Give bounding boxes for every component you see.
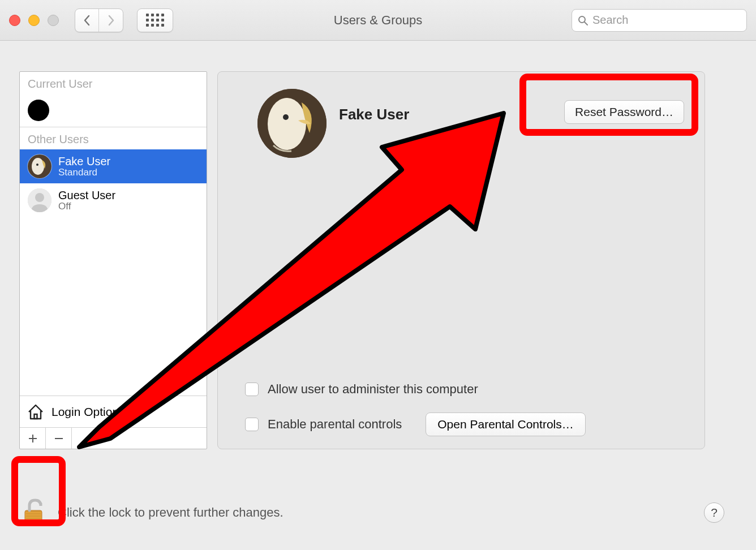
- window-title: Users & Groups: [334, 13, 423, 28]
- allow-admin-label: Allow user to administer this computer: [268, 382, 478, 397]
- sidebar-user-name: Fake User: [58, 155, 110, 167]
- parental-controls-row: Enable parental controls Open Parental C…: [245, 412, 586, 436]
- sidebar-item-fake-user[interactable]: Fake User Standard: [20, 149, 207, 183]
- add-user-button[interactable]: [20, 428, 46, 449]
- window-controls: [9, 15, 59, 26]
- allow-admin-checkbox[interactable]: [245, 383, 259, 396]
- lock-text: Click the lock to prevent further change…: [58, 505, 284, 520]
- help-label: ?: [711, 506, 718, 519]
- show-all-button[interactable]: [137, 8, 173, 32]
- search-icon: [578, 15, 588, 25]
- detail-username: Fake User: [339, 106, 409, 123]
- minimize-window-button[interactable]: [28, 15, 40, 26]
- svg-point-6: [35, 193, 44, 202]
- remove-user-button[interactable]: [46, 428, 72, 449]
- lock-row: Click the lock to prevent further change…: [19, 498, 724, 527]
- other-users-header: Other Users: [20, 127, 207, 149]
- close-window-button[interactable]: [9, 15, 20, 26]
- parental-controls-label: Enable parental controls: [268, 417, 402, 432]
- back-button[interactable]: [75, 9, 99, 32]
- lock-icon[interactable]: [19, 498, 49, 527]
- house-icon: [27, 403, 45, 421]
- forward-button[interactable]: [99, 9, 123, 32]
- user-avatar-icon: [28, 188, 51, 212]
- sidebar-user-role: Standard: [58, 167, 110, 178]
- current-user-avatar: [28, 100, 49, 121]
- grid-icon: [146, 14, 164, 27]
- login-options-label: Login Options: [51, 405, 125, 419]
- reset-password-button[interactable]: Reset Password…: [564, 100, 684, 124]
- user-avatar-icon: [28, 154, 51, 178]
- search-field[interactable]: [572, 9, 747, 32]
- svg-point-10: [283, 114, 289, 120]
- user-avatar-large[interactable]: [257, 89, 327, 158]
- svg-point-4: [36, 164, 38, 166]
- titlebar: Users & Groups: [0, 0, 756, 41]
- sidebar-item-guest-user[interactable]: Guest User Off: [20, 183, 207, 217]
- search-input[interactable]: [592, 14, 741, 27]
- sidebar-user-role: Off: [58, 201, 115, 212]
- login-options-button[interactable]: Login Options: [20, 396, 207, 427]
- current-user-row[interactable]: [20, 94, 207, 127]
- svg-rect-7: [35, 414, 37, 419]
- parental-controls-checkbox[interactable]: [245, 418, 259, 431]
- open-parental-controls-button[interactable]: Open Parental Controls…: [426, 412, 585, 436]
- maximize-window-button: [48, 15, 59, 26]
- svg-line-1: [585, 22, 587, 25]
- sidebar-user-name: Guest User: [58, 189, 115, 201]
- user-detail-panel: Fake User Reset Password… Allow user to …: [217, 71, 705, 449]
- current-user-header: Current User: [20, 72, 207, 94]
- user-sidebar: Current User Other Users Fake User Stand…: [19, 71, 207, 449]
- svg-point-9: [268, 98, 306, 150]
- help-button[interactable]: ?: [704, 502, 724, 523]
- nav-back-forward: [75, 8, 123, 32]
- allow-admin-row: Allow user to administer this computer: [245, 382, 478, 397]
- add-remove-bar: [20, 427, 207, 449]
